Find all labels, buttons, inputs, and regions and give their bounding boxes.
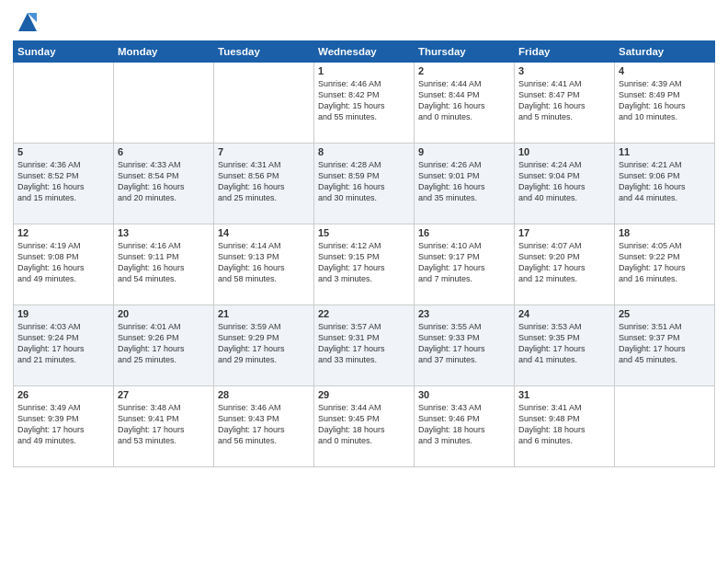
calendar-cell: 15Sunrise: 4:12 AM Sunset: 9:15 PM Dayli… <box>314 224 415 305</box>
day-info: Sunrise: 4:31 AM Sunset: 8:56 PM Dayligh… <box>218 159 310 204</box>
calendar-cell: 10Sunrise: 4:24 AM Sunset: 9:04 PM Dayli… <box>515 144 615 224</box>
day-number: 16 <box>418 227 510 238</box>
day-number: 27 <box>118 389 210 400</box>
calendar-cell: 19Sunrise: 4:03 AM Sunset: 9:24 PM Dayli… <box>14 305 114 386</box>
day-info: Sunrise: 4:10 AM Sunset: 9:17 PM Dayligh… <box>418 240 510 285</box>
calendar-cell: 16Sunrise: 4:10 AM Sunset: 9:17 PM Dayli… <box>415 224 515 305</box>
day-header-monday: Monday <box>114 41 214 63</box>
week-row-2: 12Sunrise: 4:19 AM Sunset: 9:08 PM Dayli… <box>14 224 715 305</box>
calendar-cell: 9Sunrise: 4:26 AM Sunset: 9:01 PM Daylig… <box>415 144 515 224</box>
calendar-cell: 12Sunrise: 4:19 AM Sunset: 9:08 PM Dayli… <box>14 224 114 305</box>
day-info: Sunrise: 4:41 AM Sunset: 8:47 PM Dayligh… <box>518 78 610 123</box>
calendar-cell: 11Sunrise: 4:21 AM Sunset: 9:06 PM Dayli… <box>615 144 715 224</box>
day-number: 26 <box>17 389 109 400</box>
day-info: Sunrise: 4:14 AM Sunset: 9:13 PM Dayligh… <box>218 240 310 285</box>
day-number: 31 <box>518 389 610 400</box>
day-info: Sunrise: 3:46 AM Sunset: 9:43 PM Dayligh… <box>218 402 310 447</box>
day-info: Sunrise: 4:24 AM Sunset: 9:04 PM Dayligh… <box>518 159 610 204</box>
day-number: 11 <box>619 146 711 157</box>
day-header-saturday: Saturday <box>615 41 715 63</box>
calendar-cell: 7Sunrise: 4:31 AM Sunset: 8:56 PM Daylig… <box>214 144 314 224</box>
day-number: 21 <box>218 308 310 319</box>
day-number: 12 <box>17 227 109 238</box>
calendar-cell: 18Sunrise: 4:05 AM Sunset: 9:22 PM Dayli… <box>615 224 715 305</box>
calendar-cell: 8Sunrise: 4:28 AM Sunset: 8:59 PM Daylig… <box>314 144 415 224</box>
day-number: 18 <box>619 227 711 238</box>
day-info: Sunrise: 3:51 AM Sunset: 9:37 PM Dayligh… <box>619 321 711 366</box>
calendar-cell: 14Sunrise: 4:14 AM Sunset: 9:13 PM Dayli… <box>214 224 314 305</box>
calendar-cell <box>214 63 314 144</box>
day-number: 1 <box>318 65 410 76</box>
calendar-cell: 24Sunrise: 3:53 AM Sunset: 9:35 PM Dayli… <box>515 305 615 386</box>
day-number: 5 <box>17 146 109 157</box>
day-info: Sunrise: 3:43 AM Sunset: 9:46 PM Dayligh… <box>418 402 510 447</box>
day-info: Sunrise: 3:49 AM Sunset: 9:39 PM Dayligh… <box>17 402 109 447</box>
day-info: Sunrise: 4:07 AM Sunset: 9:20 PM Dayligh… <box>518 240 610 285</box>
day-info: Sunrise: 4:16 AM Sunset: 9:11 PM Dayligh… <box>118 240 210 285</box>
logo <box>13 9 40 35</box>
day-number: 25 <box>619 308 711 319</box>
day-number: 29 <box>318 389 410 400</box>
day-number: 23 <box>418 308 510 319</box>
calendar-cell: 25Sunrise: 3:51 AM Sunset: 9:37 PM Dayli… <box>615 305 715 386</box>
day-info: Sunrise: 4:12 AM Sunset: 9:15 PM Dayligh… <box>318 240 410 285</box>
day-number: 8 <box>318 146 410 157</box>
day-info: Sunrise: 4:28 AM Sunset: 8:59 PM Dayligh… <box>318 159 410 204</box>
calendar-cell: 30Sunrise: 3:43 AM Sunset: 9:46 PM Dayli… <box>415 386 515 467</box>
calendar-cell: 23Sunrise: 3:55 AM Sunset: 9:33 PM Dayli… <box>415 305 515 386</box>
day-number: 24 <box>518 308 610 319</box>
day-number: 14 <box>218 227 310 238</box>
day-number: 2 <box>418 65 510 76</box>
day-info: Sunrise: 4:33 AM Sunset: 8:54 PM Dayligh… <box>118 159 210 204</box>
calendar-cell: 28Sunrise: 3:46 AM Sunset: 9:43 PM Dayli… <box>214 386 314 467</box>
day-number: 7 <box>218 146 310 157</box>
day-info: Sunrise: 4:03 AM Sunset: 9:24 PM Dayligh… <box>17 321 109 366</box>
day-header-friday: Friday <box>515 41 615 63</box>
day-header-tuesday: Tuesday <box>214 41 314 63</box>
day-number: 9 <box>418 146 510 157</box>
day-info: Sunrise: 4:19 AM Sunset: 9:08 PM Dayligh… <box>17 240 109 285</box>
week-row-3: 19Sunrise: 4:03 AM Sunset: 9:24 PM Dayli… <box>14 305 715 386</box>
calendar-cell: 1Sunrise: 4:46 AM Sunset: 8:42 PM Daylig… <box>314 63 415 144</box>
calendar-cell: 3Sunrise: 4:41 AM Sunset: 8:47 PM Daylig… <box>515 63 615 144</box>
day-info: Sunrise: 3:57 AM Sunset: 9:31 PM Dayligh… <box>318 321 410 366</box>
day-number: 6 <box>118 146 210 157</box>
calendar-cell: 21Sunrise: 3:59 AM Sunset: 9:29 PM Dayli… <box>214 305 314 386</box>
day-info: Sunrise: 3:48 AM Sunset: 9:41 PM Dayligh… <box>118 402 210 447</box>
day-number: 20 <box>118 308 210 319</box>
header-row: SundayMondayTuesdayWednesdayThursdayFrid… <box>14 41 715 63</box>
calendar-cell: 20Sunrise: 4:01 AM Sunset: 9:26 PM Dayli… <box>114 305 214 386</box>
day-info: Sunrise: 4:01 AM Sunset: 9:26 PM Dayligh… <box>118 321 210 366</box>
calendar-cell: 27Sunrise: 3:48 AM Sunset: 9:41 PM Dayli… <box>114 386 214 467</box>
header <box>13 9 715 35</box>
calendar-cell: 4Sunrise: 4:39 AM Sunset: 8:49 PM Daylig… <box>615 63 715 144</box>
calendar-cell: 31Sunrise: 3:41 AM Sunset: 9:48 PM Dayli… <box>515 386 615 467</box>
week-row-0: 1Sunrise: 4:46 AM Sunset: 8:42 PM Daylig… <box>14 63 715 144</box>
day-info: Sunrise: 3:59 AM Sunset: 9:29 PM Dayligh… <box>218 321 310 366</box>
day-info: Sunrise: 4:46 AM Sunset: 8:42 PM Dayligh… <box>318 78 410 123</box>
day-info: Sunrise: 4:36 AM Sunset: 8:52 PM Dayligh… <box>17 159 109 204</box>
page: SundayMondayTuesdayWednesdayThursdayFrid… <box>0 0 728 563</box>
calendar-cell: 22Sunrise: 3:57 AM Sunset: 9:31 PM Dayli… <box>314 305 415 386</box>
calendar-cell: 2Sunrise: 4:44 AM Sunset: 8:44 PM Daylig… <box>415 63 515 144</box>
calendar-cell: 29Sunrise: 3:44 AM Sunset: 9:45 PM Dayli… <box>314 386 415 467</box>
day-info: Sunrise: 4:44 AM Sunset: 8:44 PM Dayligh… <box>418 78 510 123</box>
week-row-4: 26Sunrise: 3:49 AM Sunset: 9:39 PM Dayli… <box>14 386 715 467</box>
day-number: 17 <box>518 227 610 238</box>
day-number: 4 <box>619 65 711 76</box>
day-header-wednesday: Wednesday <box>314 41 415 63</box>
day-number: 28 <box>218 389 310 400</box>
day-number: 22 <box>318 308 410 319</box>
calendar-cell: 6Sunrise: 4:33 AM Sunset: 8:54 PM Daylig… <box>114 144 214 224</box>
day-info: Sunrise: 3:41 AM Sunset: 9:48 PM Dayligh… <box>518 402 610 447</box>
day-number: 10 <box>518 146 610 157</box>
calendar-cell: 17Sunrise: 4:07 AM Sunset: 9:20 PM Dayli… <box>515 224 615 305</box>
day-header-thursday: Thursday <box>415 41 515 63</box>
day-number: 30 <box>418 389 510 400</box>
day-info: Sunrise: 4:21 AM Sunset: 9:06 PM Dayligh… <box>619 159 711 204</box>
day-number: 15 <box>318 227 410 238</box>
calendar-cell: 5Sunrise: 4:36 AM Sunset: 8:52 PM Daylig… <box>14 144 114 224</box>
day-number: 13 <box>118 227 210 238</box>
logo-icon <box>15 9 40 35</box>
calendar-cell: 13Sunrise: 4:16 AM Sunset: 9:11 PM Dayli… <box>114 224 214 305</box>
